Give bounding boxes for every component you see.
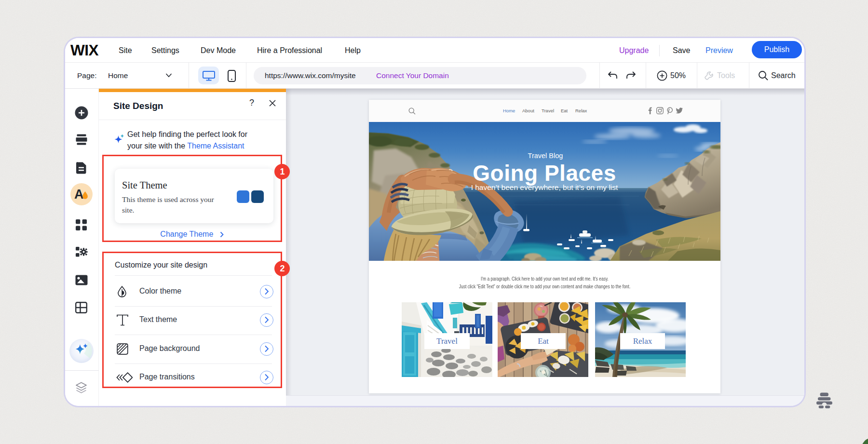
svg-text:WIX: WIX bbox=[70, 42, 99, 59]
svg-text:Travel Blog: Travel Blog bbox=[528, 152, 563, 160]
svg-text:I haven’t been everywhere, but: I haven’t been everywhere, but it’s on m… bbox=[471, 183, 618, 191]
svg-text:Going Places: Going Places bbox=[473, 161, 616, 186]
svg-text:A: A bbox=[74, 187, 84, 202]
